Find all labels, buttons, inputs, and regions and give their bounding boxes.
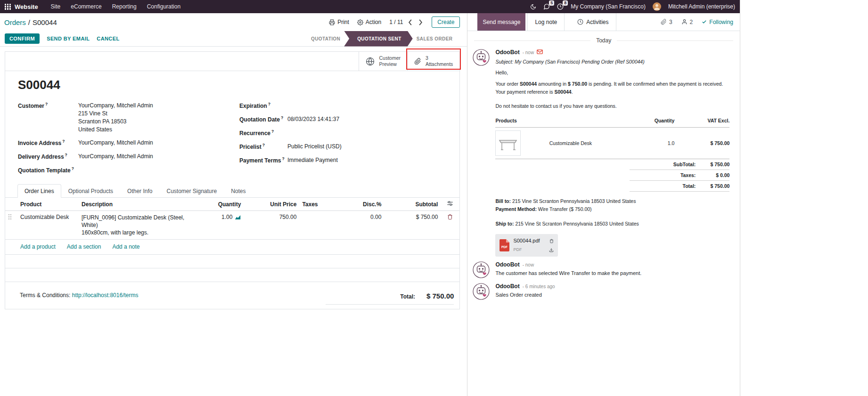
create-button[interactable]: Create (432, 16, 460, 28)
messages-icon[interactable]: 5 (543, 3, 550, 10)
email-products-table: Products Quantity VAT Excl. Customizable… (495, 117, 729, 192)
field-recurrence: Recurrence? (239, 129, 447, 137)
order-lines-header-row: Product Description Quantity Unit Price … (5, 198, 459, 211)
menu-site[interactable]: Site (46, 0, 66, 13)
control-panel: Orders/S00044 Print Action 1 / 11 (0, 13, 467, 31)
user-avatar[interactable] (653, 2, 661, 11)
activities-button[interactable]: Activities (570, 13, 616, 31)
expiration-label: Expiration? (239, 102, 287, 110)
attachment-delete-trash-icon[interactable] (549, 239, 554, 243)
drag-handle-icon[interactable] (8, 214, 15, 220)
order-title: S00044 (18, 78, 447, 92)
bill-to-line: Bill to: 215 Vine St Scranton Pennsylvan… (495, 197, 733, 205)
action-button[interactable]: Action (357, 19, 381, 25)
invoice-address-value[interactable]: YourCompany, Mitchell Admin (78, 139, 153, 147)
pager-previous-button[interactable] (407, 18, 413, 26)
email-subtotal-row: SubTotal:$ 750.00 (630, 159, 729, 170)
add-a-section-link[interactable]: Add a section (67, 243, 101, 250)
message-author[interactable]: OdooBot (495, 283, 519, 290)
email-header-vat: VAT Excl. (674, 117, 729, 125)
log-note-button[interactable]: Log note (527, 13, 565, 31)
cell-taxes[interactable] (299, 211, 341, 240)
field-quotation-date: Quotation Date? 08/03/2023 14:41:37 (239, 115, 447, 124)
followers-counter[interactable]: 2 (681, 19, 693, 25)
menu-reporting[interactable]: Reporting (107, 0, 142, 13)
email-product-amount: $ 750.00 (674, 139, 729, 147)
activities-badge: 8 (563, 0, 568, 6)
field-delivery-address: Delivery Address? YourCompany, Mitchell … (18, 153, 239, 161)
send-message-button[interactable]: Send message (477, 13, 525, 31)
top-navbar: Website Site eCommerce Reporting Configu… (0, 0, 740, 13)
message-author[interactable]: OdooBot (495, 49, 519, 56)
order-lines-table: Product Description Quantity Unit Price … (5, 198, 459, 240)
forecast-chart-icon[interactable] (235, 214, 241, 220)
tab-other-info[interactable]: Other Info (120, 184, 159, 198)
payment-terms-value[interactable]: Immediate Payment (287, 156, 338, 165)
order-line-row[interactable]: Customizable Desk [FURN_0096] Customizab… (5, 211, 459, 240)
tab-optional-products[interactable]: Optional Products (61, 184, 120, 198)
following-button[interactable]: Following (702, 19, 733, 25)
optional-columns-icon[interactable] (447, 200, 453, 207)
send-by-email-button[interactable]: SEND BY EMAIL (47, 36, 90, 41)
delivery-address-label: Delivery Address? (18, 153, 78, 161)
print-button[interactable]: Print (329, 19, 349, 25)
attachment-filename[interactable]: S00044.pdf (513, 237, 540, 245)
cell-unit-price[interactable]: 750.00 (244, 211, 299, 240)
help-icon: ? (268, 102, 270, 106)
add-a-product-link[interactable]: Add a product (20, 243, 56, 250)
cell-subtotal[interactable]: $ 750.00 (384, 211, 441, 240)
cell-product[interactable]: Customizable Desk (17, 211, 79, 240)
customer-preview-button[interactable]: Customer Preview (359, 52, 407, 71)
menu-configuration[interactable]: Configuration (142, 0, 186, 13)
cell-quantity[interactable]: 1.00 (221, 214, 232, 220)
field-payment-terms: Payment Terms? Immediate Payment (239, 156, 447, 165)
breadcrumb-orders[interactable]: Orders (4, 18, 26, 26)
pricelist-value[interactable]: Public Pricelist (USD) (287, 143, 342, 151)
customer-value[interactable]: YourCompany, Mitchell Admin 215 Vine St … (78, 102, 153, 134)
delete-line-trash-icon[interactable] (447, 214, 453, 220)
email-paragraph-1: Your order S00044 amounting in $ 750.00 … (495, 80, 733, 88)
cell-disc[interactable]: 0.00 (341, 211, 384, 240)
header-subtotal: Subtotal (384, 198, 441, 211)
menu-ecommerce[interactable]: eCommerce (66, 0, 106, 13)
cancel-button[interactable]: CANCEL (97, 36, 119, 41)
attachment-download-icon[interactable] (549, 248, 554, 252)
chatter-attachments-counter[interactable]: 3 (661, 19, 672, 25)
globe-icon (366, 57, 375, 66)
terms-link[interactable]: http://localhost:8016/terms (72, 292, 139, 299)
cell-description[interactable]: [FURN_0096] Customizable Desk (Steel, Wh… (79, 211, 197, 240)
email-total-row: Total:$ 750.00 (630, 181, 729, 192)
message-time: - now (523, 262, 534, 267)
pager-next-button[interactable] (418, 18, 424, 26)
status-step-quotation[interactable]: QUOTATION (303, 31, 348, 47)
pager-value[interactable]: 1 / 11 (389, 19, 403, 25)
tab-customer-signature[interactable]: Customer Signature (159, 184, 224, 198)
user-menu[interactable]: Mitchell Admin (enterprise) (668, 3, 735, 10)
attachment-card[interactable]: PDF S00044.pdf PDF (495, 234, 558, 257)
attachment-type: PDF (513, 246, 522, 254)
product-thumbnail-desk (495, 130, 521, 156)
messages-badge: 5 (549, 0, 554, 6)
confirm-button[interactable]: CONFIRM (5, 33, 40, 44)
order-total: Total: $ 750.00 (326, 292, 454, 305)
activities-clock-icon[interactable]: 8 (557, 3, 564, 10)
app-name[interactable]: Website (15, 3, 38, 10)
attachments-label: Attachments (426, 61, 453, 67)
dark-mode-moon-icon[interactable] (530, 4, 536, 10)
add-a-note-link[interactable]: Add a note (112, 243, 139, 250)
message-author[interactable]: OdooBot (495, 261, 519, 268)
quotation-date-value[interactable]: 08/03/2023 14:41:37 (287, 115, 339, 124)
status-step-quotation-sent[interactable]: QUOTATION SENT (344, 31, 413, 47)
tab-notes[interactable]: Notes (224, 184, 253, 198)
envelope-icon[interactable] (537, 49, 543, 54)
notebook: Order Lines Optional Products Other Info… (5, 184, 459, 305)
tab-order-lines[interactable]: Order Lines (17, 184, 61, 198)
field-expiration: Expiration? (239, 102, 447, 110)
check-icon (702, 19, 707, 24)
attachments-button[interactable]: 3 Attachments (407, 52, 459, 71)
attachments-counter-value: 3 (669, 19, 672, 25)
company-switcher[interactable]: My Company (San Francisco) (571, 3, 646, 10)
apps-menu-icon[interactable] (5, 4, 11, 10)
status-step-sales-order[interactable]: SALES ORDER (409, 31, 460, 47)
delivery-address-value[interactable]: YourCompany, Mitchell Admin (78, 153, 153, 161)
